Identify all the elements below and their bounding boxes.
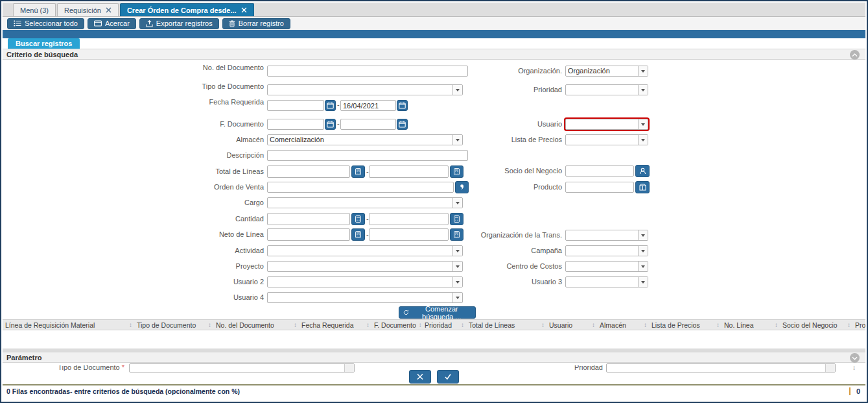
chevron-down-icon[interactable] [825, 364, 835, 372]
centro-costos-select[interactable] [565, 261, 648, 272]
calculator-icon [355, 215, 361, 223]
chevron-down-icon[interactable] [452, 262, 462, 271]
column-header-lista-precios[interactable]: Lista de Precios↕ [649, 320, 721, 330]
close-icon[interactable] [106, 7, 111, 13]
chevron-down-icon[interactable] [638, 85, 648, 95]
column-header-socio-negocio[interactable]: Socio del Negocio↕ [780, 320, 852, 330]
param-tipo-documento-select[interactable] [129, 363, 355, 372]
usuario4-select[interactable] [267, 292, 463, 303]
almacen-select[interactable]: Comercialización [267, 134, 463, 145]
column-header-prioridad[interactable]: Prioridad↕ [422, 320, 466, 330]
chevron-down-icon[interactable] [452, 277, 462, 287]
orden-venta-lookup-button[interactable] [455, 181, 469, 193]
cantidad-from-input[interactable] [267, 213, 350, 225]
total-lineas-to-calculator-button[interactable] [450, 165, 463, 178]
status-bar: 0 Filas encontradas- entre criterios de … [3, 384, 865, 400]
neto-linea-from-calculator-button[interactable] [351, 228, 365, 241]
neto-linea-to-input[interactable] [369, 228, 449, 241]
column-header-linea-requisicion[interactable]: Línea de Requisición Material↕ [3, 320, 134, 330]
no-documento-input[interactable] [267, 66, 468, 77]
param-prioridad-select[interactable] [606, 363, 836, 372]
status-message: 0 Filas encontradas- entre criterios de … [6, 387, 240, 395]
neto-linea-from-input[interactable] [267, 228, 350, 241]
column-header-no-documento[interactable]: No. del Documento↕ [213, 320, 299, 330]
calculator-icon [355, 168, 361, 175]
chevron-down-icon[interactable] [638, 230, 648, 240]
campana-select[interactable] [565, 245, 648, 256]
column-header-producto[interactable]: Producto [852, 320, 865, 330]
collapse-parametro-button[interactable] [850, 353, 860, 363]
cancel-button[interactable] [409, 370, 431, 384]
tab-menu[interactable]: Menú (3) [13, 3, 56, 16]
confirm-button[interactable] [437, 370, 459, 384]
total-lineas-from-input[interactable] [267, 165, 350, 178]
cantidad-to-input[interactable] [369, 213, 449, 225]
close-icon[interactable] [241, 7, 247, 13]
calendar-icon [399, 121, 406, 128]
fecha-requerida-from-input[interactable] [267, 100, 324, 111]
f-documento-to-calendar-button[interactable] [397, 119, 408, 130]
proyecto-select[interactable] [267, 261, 463, 272]
f-documento-to-input[interactable] [340, 119, 396, 130]
column-header-almacen[interactable]: Almacén↕ [597, 320, 649, 330]
fecha-requerida-from-calendar-button[interactable] [325, 100, 336, 111]
column-header-total-lineas[interactable]: Total de Líneas↕ [466, 320, 546, 330]
chevron-down-icon[interactable] [638, 135, 648, 145]
f-documento-from-input[interactable] [267, 119, 324, 130]
chevron-down-icon[interactable] [452, 135, 462, 145]
tab-buscar-registros[interactable]: Buscar registros [8, 38, 80, 49]
descripcion-input[interactable] [267, 150, 468, 161]
usuario3-select[interactable] [565, 276, 648, 287]
chevron-down-icon[interactable] [452, 246, 462, 256]
org-trans-select[interactable] [565, 230, 648, 241]
usuario2-label: Usuario 2 [193, 278, 264, 286]
column-header-f-documento[interactable]: F. Documento↕ [371, 320, 422, 330]
fecha-requerida-to-calendar-button[interactable] [397, 100, 408, 111]
chevron-down-icon[interactable] [452, 198, 462, 208]
f-documento-from-calendar-button[interactable] [325, 119, 336, 130]
total-lineas-from-calculator-button[interactable] [351, 165, 365, 178]
usuario-select[interactable] [565, 119, 648, 130]
zoom-button[interactable]: Acercar [88, 18, 136, 29]
actividad-select[interactable] [267, 245, 463, 256]
usuario2-select[interactable] [267, 276, 463, 287]
socio-negocio-input[interactable] [565, 165, 634, 177]
start-search-button[interactable]: Comenzar búsqueda ... [399, 306, 476, 319]
chevron-down-icon[interactable] [638, 66, 648, 76]
chevron-down-icon[interactable] [452, 85, 462, 95]
producto-lookup-button[interactable] [635, 181, 650, 193]
chevron-down-icon[interactable] [638, 262, 648, 271]
total-lineas-to-input[interactable] [369, 165, 449, 178]
select-all-button[interactable]: Seleccionar todo [7, 18, 84, 29]
organizacion-select[interactable]: Organización [565, 66, 648, 77]
collapse-criteria-button[interactable] [850, 50, 860, 60]
fecha-requerida-to-input[interactable] [340, 100, 396, 111]
column-header-fecha-requerida[interactable]: Fecha Requerida↕ [299, 320, 371, 330]
tab-requisicion[interactable]: Requisición [57, 3, 119, 16]
socio-negocio-lookup-button[interactable] [635, 165, 650, 177]
chevron-down-icon[interactable] [638, 119, 648, 129]
lista-precios-label: Lista de Precios [452, 136, 562, 144]
prioridad-select[interactable] [565, 84, 648, 95]
cargo-select[interactable] [267, 197, 463, 208]
parametro-title: Parámetro [6, 354, 41, 361]
column-header-no-linea[interactable]: No. Línea↕ [721, 320, 780, 330]
tipo-documento-select[interactable] [267, 84, 463, 95]
chevron-down-icon[interactable] [452, 293, 462, 302]
column-header-tipo-documento[interactable]: Tipo de Documento↕ [134, 320, 213, 330]
chevron-down-icon[interactable] [344, 364, 354, 372]
orden-venta-input[interactable] [267, 182, 454, 193]
column-header-usuario[interactable]: Usuario↕ [546, 320, 597, 330]
tab-crear-orden-compra[interactable]: Crear Órden de Compra desde... [120, 3, 254, 16]
cantidad-to-calculator-button[interactable] [450, 213, 463, 225]
check-icon [444, 373, 452, 380]
lista-precios-select[interactable] [565, 134, 648, 145]
delete-record-button[interactable]: Borrar registro [222, 18, 290, 29]
chevron-down-icon[interactable] [638, 246, 648, 256]
producto-input[interactable] [565, 182, 634, 193]
neto-linea-to-calculator-button[interactable] [450, 228, 463, 241]
chevron-down-icon[interactable] [638, 277, 648, 287]
updown-arrows-icon[interactable]: ↕ [852, 364, 856, 371]
cantidad-from-calculator-button[interactable] [351, 213, 365, 225]
export-records-button[interactable]: Exportar registros [139, 18, 219, 29]
